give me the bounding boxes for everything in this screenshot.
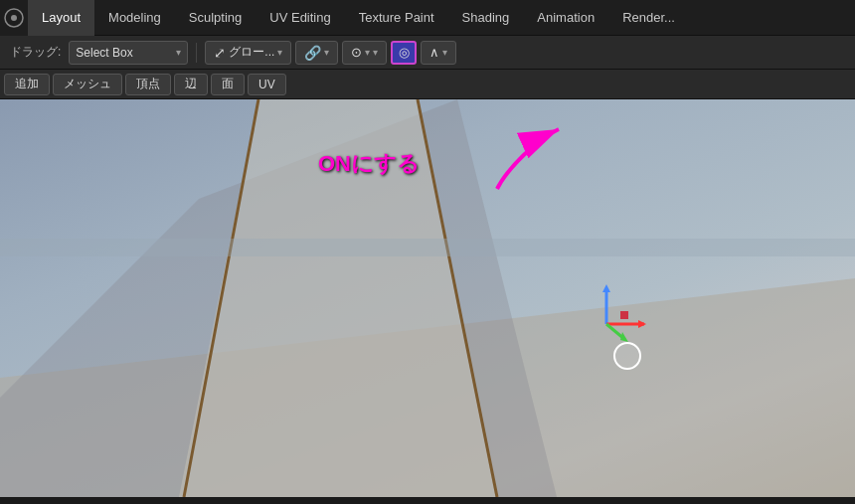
glow-label: グロー... (229, 44, 274, 61)
annotation-text: ONにする (318, 149, 420, 179)
annotation-arrow-icon (487, 119, 567, 199)
tab-rendering[interactable]: Render... (608, 0, 689, 36)
scene-svg (0, 99, 855, 497)
select-box-label: Select Box (76, 46, 132, 60)
svg-rect-7 (0, 239, 855, 256)
tab-uv-editing[interactable]: UV Editing (256, 0, 344, 36)
blender-logo (0, 0, 28, 36)
transform-btn[interactable]: ⤢ グロー... ▾ (205, 41, 291, 65)
overlay-toggle-btn[interactable]: ◎ (391, 41, 417, 65)
origin-circle (613, 342, 641, 370)
vertex-btn[interactable]: 頂点 (125, 74, 171, 95)
viewport-3d[interactable]: ONにする (0, 99, 855, 497)
tab-layout[interactable]: Layout (28, 0, 94, 36)
snap-icon: 🔗 (304, 45, 321, 61)
drag-label: ドラッグ: (6, 44, 65, 61)
svg-point-1 (11, 15, 17, 21)
gizmo-chevron-icon: ▾ (442, 47, 447, 58)
gizmo-icon: ∧ (429, 45, 439, 60)
transform-icon: ⤢ (214, 45, 226, 61)
edge-btn[interactable]: 辺 (174, 74, 208, 95)
tab-shading[interactable]: Shading (448, 0, 524, 36)
proportional-btn[interactable]: ⊙ ▾ ▾ (342, 41, 387, 65)
prop-extra-icon: ▾ (373, 47, 378, 58)
add-btn[interactable]: 追加 (4, 74, 50, 95)
toolbar-row: ドラッグ: Select Box ▾ ⤢ グロー... ▾ 🔗 ▾ ⊙ ▾ ▾ … (0, 36, 855, 70)
snap-chevron-icon: ▾ (324, 47, 329, 58)
mesh-toolbar: 追加 メッシュ 頂点 辺 面 UV (0, 70, 855, 99)
mesh-btn[interactable]: メッシュ (53, 74, 122, 95)
annotation: ONにする (318, 149, 420, 179)
tab-texture-paint[interactable]: Texture Paint (345, 0, 448, 36)
uv-btn[interactable]: UV (248, 74, 286, 95)
snap-btn[interactable]: 🔗 ▾ (295, 41, 338, 65)
prop-chevron-icon: ▾ (365, 47, 370, 58)
svg-marker-10 (602, 284, 610, 292)
overlay-icon: ◎ (399, 45, 410, 60)
svg-marker-12 (638, 320, 646, 328)
select-box-dropdown[interactable]: Select Box ▾ (69, 41, 188, 65)
gizmo-btn[interactable]: ∧ ▾ (421, 41, 456, 65)
divider-1 (196, 43, 197, 63)
svg-rect-15 (620, 311, 628, 319)
glow-chevron-icon: ▾ (277, 47, 282, 58)
dropdown-chevron-icon: ▾ (176, 47, 181, 58)
tab-modeling[interactable]: Modeling (94, 0, 175, 36)
face-btn[interactable]: 面 (211, 74, 245, 95)
tab-sculpting[interactable]: Sculpting (175, 0, 256, 36)
tab-bar: Layout Modeling Sculpting UV Editing Tex… (0, 0, 855, 36)
tab-animation[interactable]: Animation (523, 0, 608, 36)
svg-marker-14 (620, 332, 628, 342)
proportional-icon: ⊙ (351, 45, 362, 60)
